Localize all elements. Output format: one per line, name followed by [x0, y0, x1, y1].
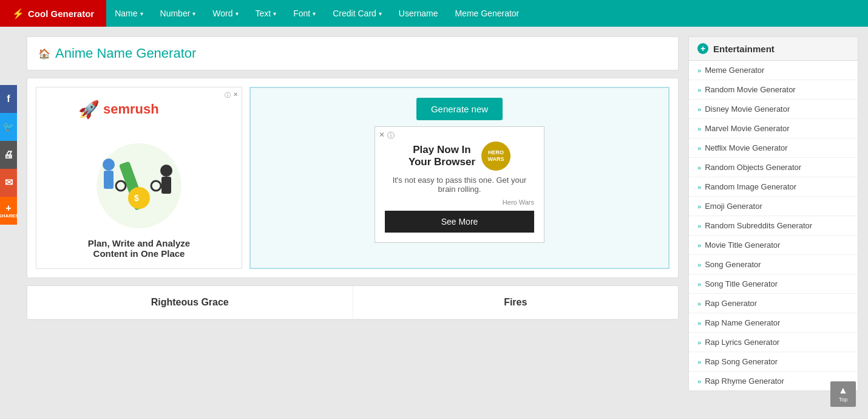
nav-item-font[interactable]: Font ▾ [285, 0, 324, 27]
ad-close-icon[interactable]: ✕ [233, 91, 238, 100]
ad-info-icon[interactable]: ⓘ [225, 91, 231, 100]
svg-rect-5 [161, 177, 171, 194]
sidebar-item-random-subreddits[interactable]: » Random Subreddits Generator [689, 216, 858, 235]
nav-item-name[interactable]: Name ▾ [106, 0, 151, 27]
nav-item-meme-generator[interactable]: Meme Generator [446, 0, 527, 27]
list-item: » Disney Movie Generator [689, 100, 858, 119]
generator-box: ⓘ ✕ 🚀 semrush [27, 78, 679, 278]
chevron-down-icon: ▾ [236, 10, 239, 17]
back-to-top-button[interactable]: ▲ Top [830, 381, 856, 401]
sidebar-item-song[interactable]: » Song Generator [689, 255, 858, 274]
sidebar-item-disney-movie[interactable]: » Disney Movie Generator [689, 100, 858, 118]
chevron-icon: » [697, 242, 701, 249]
nav-item-word[interactable]: Word ▾ [204, 0, 246, 27]
chevron-down-icon: ▾ [192, 10, 195, 17]
sidebar-item-meme-generator[interactable]: » Meme Generator [689, 61, 858, 80]
generate-button[interactable]: Generate new [416, 98, 503, 120]
sidebar-item-rap[interactable]: » Rap Generator [689, 294, 858, 313]
facebook-share-button[interactable]: f [0, 85, 17, 113]
shares-label: SHARES [0, 213, 19, 219]
chevron-icon: » [697, 125, 701, 132]
chevron-icon: » [697, 281, 701, 288]
sidebar: + Entertainment » Meme Generator » Rando… [688, 36, 858, 391]
lightning-icon: ⚡ [12, 8, 24, 19]
list-item: » Random Movie Generator [689, 80, 858, 100]
inner-ad-body: It's not easy to pass this one. Get your… [385, 175, 534, 194]
chevron-down-icon: ▾ [313, 10, 316, 17]
ad-info-controls: ⓘ ✕ [225, 91, 238, 100]
svg-point-6 [128, 187, 150, 209]
chevron-icon: » [697, 300, 701, 307]
twitter-icon: 🐦 [2, 122, 15, 132]
email-icon: ✉ [5, 178, 13, 188]
brand-label: Cool Generator [28, 9, 94, 19]
chevron-down-icon: ▾ [140, 10, 143, 17]
list-item: » Movie Title Generator [689, 236, 858, 255]
nav-item-credit-card[interactable]: Credit Card ▾ [324, 0, 390, 27]
results-row: Righteous Grace Fires [27, 286, 678, 319]
semrush-logo: 🚀 semrush [78, 97, 200, 121]
chevron-down-icon: ▾ [379, 10, 382, 17]
content-area: 🏠 Anime Name Generator ⓘ ✕ 🚀 semrush [27, 36, 679, 391]
list-item: » Random Objects Generator [689, 158, 858, 177]
main-layout: 🏠 Anime Name Generator ⓘ ✕ 🚀 semrush [0, 27, 868, 401]
twitter-share-button[interactable]: 🐦 [0, 113, 17, 141]
up-arrow-icon: ▲ [838, 386, 848, 395]
svg-point-2 [103, 158, 115, 171]
home-icon[interactable]: 🏠 [38, 48, 50, 60]
list-item: » Emoji Generator [689, 197, 858, 216]
inner-ad-controls: ✕ ⓘ [379, 131, 395, 141]
sidebar-item-rap-song[interactable]: » Rap Song Generator [689, 352, 858, 371]
chevron-down-icon: ▾ [273, 10, 276, 17]
list-item: » Rap Lyrics Generator [689, 333, 858, 352]
nav-item-number[interactable]: Number ▾ [152, 0, 205, 27]
nav-item-username[interactable]: Username [390, 0, 447, 27]
chevron-icon: » [697, 183, 701, 191]
sidebar-item-random-objects[interactable]: » Random Objects Generator [689, 158, 858, 177]
inner-ad-info-icon[interactable]: ⓘ [387, 131, 395, 141]
list-item: » Rap Generator [689, 294, 858, 313]
list-item: » Rap Song Generator [689, 352, 858, 372]
nav-item-text[interactable]: Text ▾ [247, 0, 285, 27]
inner-ad-attribution: Hero Wars [385, 199, 534, 206]
chevron-icon: » [697, 339, 701, 346]
result-cell-2: Fires [353, 286, 679, 319]
chevron-icon: » [697, 261, 701, 268]
sidebar-item-random-movie[interactable]: » Random Movie Generator [689, 80, 858, 99]
chevron-icon: » [697, 86, 701, 94]
chevron-icon: » [697, 164, 701, 171]
hero-badge: HERO WARS [481, 141, 510, 171]
sidebar-header: + Entertainment [689, 37, 858, 61]
brand-logo[interactable]: ⚡ Cool Generator [0, 0, 106, 27]
list-item: » Meme Generator [689, 61, 858, 80]
chevron-icon: » [697, 145, 701, 152]
print-button[interactable]: 🖨 [0, 141, 17, 169]
inner-ad-close-icon[interactable]: ✕ [379, 131, 385, 141]
inner-ad-line1: Play Now In [409, 144, 475, 156]
list-item: » Random Image Generator [689, 177, 858, 197]
rocket-icon: 🚀 [78, 100, 100, 120]
chevron-icon: » [697, 222, 701, 230]
sidebar-item-rap-name[interactable]: » Rap Name Generator [689, 313, 858, 332]
sidebar-item-random-image[interactable]: » Random Image Generator [689, 177, 858, 196]
chevron-icon: » [697, 203, 701, 210]
top-label: Top [839, 397, 848, 401]
list-item: » Netflix Movie Generator [689, 138, 858, 158]
semrush-name: semrush [103, 101, 159, 117]
email-share-button[interactable]: ✉ [0, 169, 17, 197]
sidebar-item-song-title[interactable]: » Song Title Generator [689, 274, 858, 293]
chevron-icon: » [697, 67, 701, 74]
shares-button[interactable]: + SHARES [0, 197, 17, 225]
sidebar-item-netflix-movie[interactable]: » Netflix Movie Generator [689, 138, 858, 157]
share-icon: + [5, 203, 11, 213]
see-more-button[interactable]: See More [385, 211, 534, 233]
sidebar-item-movie-title[interactable]: » Movie Title Generator [689, 236, 858, 254]
sidebar-item-rap-lyrics[interactable]: » Rap Lyrics Generator [689, 333, 858, 352]
left-ad-block: ⓘ ✕ 🚀 semrush [36, 87, 242, 269]
sidebar-item-emoji[interactable]: » Emoji Generator [689, 197, 858, 216]
hero-badge-text: HERO WARS [481, 149, 510, 163]
list-item: » Song Generator [689, 255, 858, 274]
sidebar-entertainment-section: + Entertainment » Meme Generator » Rando… [688, 36, 858, 391]
sidebar-item-marvel-movie[interactable]: » Marvel Movie Generator [689, 119, 858, 138]
ad-area: ⓘ ✕ 🚀 semrush [36, 87, 670, 269]
